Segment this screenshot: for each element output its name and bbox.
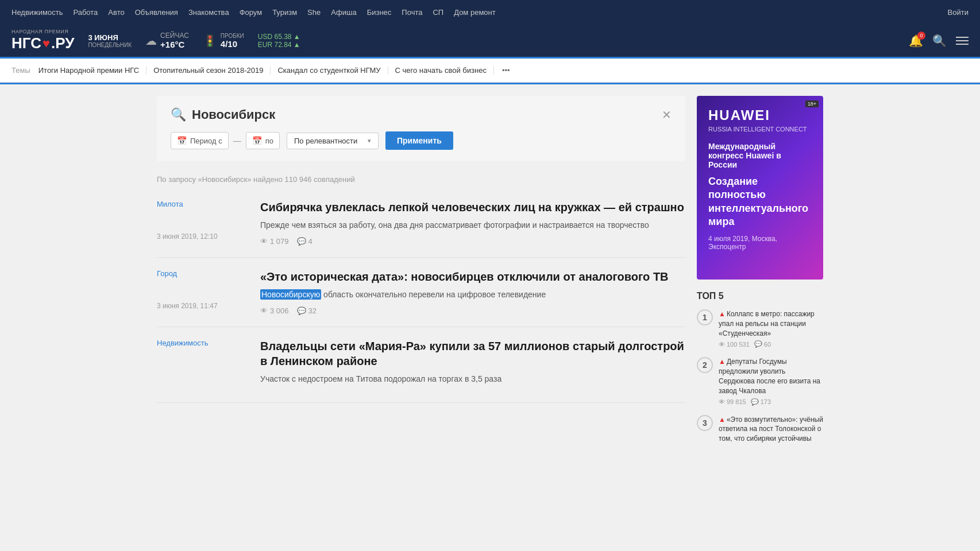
- top5-item: 1 ▲Коллапс в метро: пассажир упал на рел…: [697, 309, 823, 348]
- logo-top-text: НАРОДНАЯ ПРЕМИЯ: [11, 29, 68, 34]
- top5-headline-text: Коллапс в метро: пассажир упал на рельсы…: [719, 310, 815, 337]
- apply-button[interactable]: Применить: [385, 131, 453, 150]
- theme-link-1[interactable]: Итоги Народной премии НГС: [38, 66, 146, 75]
- top5-title: ТОП 5: [697, 291, 823, 301]
- nav-sp[interactable]: СП: [433, 8, 443, 17]
- article-meta: Недвижимость: [157, 339, 260, 391]
- search-box: 🔍 Новосибирск ✕ 📅 Период с — 📅 по: [157, 96, 685, 161]
- article-title[interactable]: Сибирячка увлеклась лепкой человеческих …: [260, 200, 685, 215]
- article-excerpt: Участок с недостроем на Титова подорожал…: [260, 373, 685, 385]
- theme-link-4[interactable]: С чего начать свой бизнес: [388, 66, 494, 75]
- theme-link-3[interactable]: Скандал со студенткой НГМУ: [271, 66, 388, 75]
- notifications-button[interactable]: 🔔 0: [909, 34, 923, 48]
- logo[interactable]: НАРОДНАЯ ПРЕМИЯ НГС ♥ .РУ: [11, 29, 74, 52]
- article-title[interactable]: Владельцы сети «Мария-Ра» купили за 57 м…: [260, 339, 685, 368]
- nav-tur[interactable]: Туризм: [272, 8, 297, 17]
- nav-biz[interactable]: Бизнес: [367, 8, 392, 17]
- nav-dom[interactable]: Дом ремонт: [454, 8, 496, 17]
- logo-heart-icon: ♥: [43, 36, 50, 51]
- views-stat: 👁 1 079: [260, 237, 289, 246]
- top5-headline[interactable]: ▲«Это возмутительно»: учёный ответила на…: [719, 415, 823, 444]
- logo-main: НГС ♥ .РУ: [11, 34, 74, 52]
- article-category[interactable]: Недвижимость: [157, 339, 260, 347]
- article-stats: 👁 1 079 💬 4: [260, 237, 685, 246]
- article-category[interactable]: Город: [157, 269, 260, 278]
- comment-icon: 💬: [297, 306, 306, 315]
- comments-count: 60: [764, 341, 771, 348]
- date-to-input[interactable]: 📅 по: [246, 132, 280, 149]
- top5-headline-text: Депутаты Госдумы предложили уволить Серд…: [719, 358, 820, 394]
- login-button[interactable]: Войти: [948, 8, 969, 17]
- ad-age-badge: 18+: [805, 100, 819, 107]
- theme-link-2[interactable]: Отопительный сезон 2018-2019: [146, 66, 271, 75]
- views-count: 1 079: [270, 237, 289, 246]
- weather-temp: +16°С: [160, 40, 189, 49]
- menu-button[interactable]: [956, 37, 969, 45]
- search-button[interactable]: 🔍: [932, 34, 947, 48]
- comment-icon: 💬: [751, 398, 759, 406]
- article-meta: Милота 3 июня 2019, 12:10: [157, 200, 260, 246]
- top5-content: ▲Коллапс в метро: пассажир упал на рельс…: [719, 309, 823, 348]
- search-clear-button[interactable]: ✕: [662, 108, 672, 122]
- article-body: Сибирячка увлеклась лепкой человеческих …: [260, 200, 685, 246]
- top5-headline-text: «Это возмутительно»: учёный ответила на …: [719, 416, 823, 443]
- top5-number: 1: [697, 309, 713, 325]
- views-stat: 👁 100 531: [719, 341, 750, 348]
- theme-nav-links: Итоги Народной премии НГС Отопительный с…: [38, 66, 494, 75]
- themes-label: Темы: [11, 66, 30, 75]
- search-term: Новосибирск: [192, 107, 656, 122]
- header-left: НАРОДНАЯ ПРЕМИЯ НГС ♥ .РУ 3 ИЮНЯ ПОНЕДЕЛ…: [11, 29, 300, 52]
- article-body: «Это историческая дата»: новосибирцев от…: [260, 269, 685, 315]
- nav-zn[interactable]: Знакомства: [188, 8, 229, 17]
- nav-she[interactable]: She: [307, 8, 321, 17]
- content-area: 🔍 Новосибирск ✕ 📅 Период с — 📅 по: [157, 96, 685, 455]
- traffic-value: 4/10: [221, 39, 244, 49]
- top5-headline[interactable]: ▲Депутаты Госдумы предложили уволить Сер…: [719, 357, 823, 395]
- nav-auto[interactable]: Авто: [108, 8, 124, 17]
- sort-dropdown[interactable]: По релевантности ▾: [287, 133, 379, 149]
- comments-stat: 💬 60: [754, 340, 771, 348]
- nav-forum[interactable]: Форум: [240, 8, 263, 17]
- hamburger-line-2: [956, 40, 969, 41]
- top5-item: 3 ▲«Это возмутительно»: учёный ответила …: [697, 415, 823, 446]
- nav-obj[interactable]: Объявления: [135, 8, 178, 17]
- main-layout: 🔍 Новосибирск ✕ 📅 Период с — 📅 по: [145, 84, 835, 467]
- article-excerpt: Новосибирскую область окончательно перев…: [260, 289, 685, 301]
- date-from-label: Период с: [190, 137, 222, 145]
- excerpt-suffix: область окончательно перевели на цифрово…: [321, 290, 546, 299]
- traffic-icon: 🚦: [203, 34, 217, 48]
- article-meta: Город 3 июня 2019, 11:47: [157, 269, 260, 315]
- views-count: 100 531: [727, 341, 750, 348]
- top5-stats: 👁 99 815 💬 173: [719, 398, 823, 406]
- views-stat: 👁 3 006: [260, 306, 289, 315]
- nav-pochta[interactable]: Почта: [402, 8, 422, 17]
- rates-block: USD 65.38 ▲ EUR 72.84 ▲: [258, 33, 300, 49]
- article-body: Владельцы сети «Мария-Ра» купили за 57 м…: [260, 339, 685, 391]
- comment-icon: 💬: [297, 237, 306, 246]
- nav-afisha[interactable]: Афиша: [331, 8, 356, 17]
- article-title[interactable]: «Это историческая дата»: новосибирцев от…: [260, 269, 685, 284]
- article-date: 3 июня 2019, 12:10: [157, 232, 218, 240]
- nav-nedv[interactable]: Недвижимость: [11, 8, 63, 17]
- sidebar-ad[interactable]: 18+ HUAWEI RUSSIA INTELLIGENT CONNECT Ме…: [697, 96, 823, 280]
- comments-stat: 💬 173: [751, 398, 771, 406]
- article-item: Недвижимость Владельцы сети «Мария-Ра» к…: [157, 327, 685, 403]
- highlighted-word: Новосибирскую: [260, 289, 321, 300]
- top5-stats: 👁 100 531 💬 60: [719, 340, 823, 348]
- notification-badge: 0: [917, 32, 925, 40]
- sidebar: 18+ HUAWEI RUSSIA INTELLIGENT CONNECT Ме…: [697, 96, 823, 455]
- more-themes-button[interactable]: •••: [497, 66, 510, 75]
- header-right: 🔔 0 🔍: [909, 34, 969, 48]
- date-day: 3 ИЮНЯ: [88, 33, 132, 42]
- date-from-input[interactable]: 📅 Период с: [171, 132, 229, 149]
- top5-headline[interactable]: ▲Коллапс в метро: пассажир упал на рельс…: [719, 309, 823, 338]
- top5-number: 3: [697, 415, 713, 431]
- article-category[interactable]: Милота: [157, 200, 260, 208]
- nav-work[interactable]: Работа: [73, 8, 98, 17]
- trend-icon: ▲: [719, 358, 726, 366]
- comments-count: 32: [308, 306, 317, 315]
- article-date: 3 июня 2019, 11:47: [157, 302, 218, 310]
- date-weekday: ПОНЕДЕЛЬНИК: [88, 42, 132, 48]
- eur-rate: EUR 72.84 ▲: [258, 41, 300, 49]
- weather-block: ☁ СЕЙЧАС +16°С: [145, 32, 189, 49]
